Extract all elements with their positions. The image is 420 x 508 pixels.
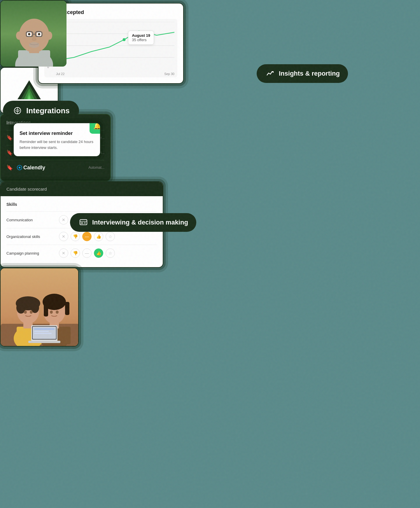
scorecard-header: Candidate scorecard [1, 182, 163, 196]
svg-point-55 [50, 311, 53, 314]
tooltip-date: August 19 [132, 33, 150, 38]
notification-text: Reminder will be sent to candidate 24 ho… [20, 139, 94, 150]
bookmark-icon-2: 🔖 [6, 149, 13, 156]
campaign-ratings[interactable]: ✕ 👎 — 👍 ☆ [59, 248, 115, 258]
svg-point-23 [29, 42, 39, 48]
tooltip-value: 35 offers [132, 38, 150, 42]
svg-point-46 [24, 311, 27, 314]
rating-neutral-active[interactable]: — [82, 232, 92, 241]
integrations-icon [12, 105, 23, 116]
skill-communication: Communication [6, 218, 59, 222]
interview-icon [78, 217, 89, 228]
rating-x-3[interactable]: ✕ [59, 248, 68, 258]
svg-rect-31 [80, 220, 87, 225]
integrations-pill[interactable]: Integrations [3, 101, 79, 121]
x-label-jul: Jul 22 [56, 72, 64, 76]
rating-star-2[interactable]: ☆ [106, 232, 115, 241]
chart-icon [265, 68, 275, 79]
svg-point-30 [19, 167, 20, 168]
calendly-logo: Calendly [17, 165, 84, 171]
svg-rect-63 [34, 333, 52, 334]
svg-rect-62 [34, 331, 49, 332]
person-image-2 [1, 268, 79, 347]
person-photo-card-2 [0, 268, 79, 347]
notification-card: 🔔 Set interview reminder Reminder will b… [13, 123, 101, 157]
svg-point-22 [38, 33, 40, 35]
svg-point-56 [56, 311, 59, 314]
interviewing-pill[interactable]: Interviewing & decision making [70, 213, 196, 232]
rating-x[interactable]: ✕ [59, 215, 68, 225]
rating-thumbup-active[interactable]: 👍 [94, 248, 103, 258]
svg-rect-54 [65, 302, 69, 315]
svg-rect-61 [34, 328, 55, 330]
svg-rect-53 [44, 302, 48, 316]
rating-x-2[interactable]: ✕ [59, 232, 68, 241]
svg-point-15 [46, 32, 52, 40]
bookmark-icon-3: 🔖 [6, 164, 13, 171]
rating-star-3[interactable]: ☆ [106, 248, 115, 258]
rating-thumbdown-2[interactable]: 👎 [71, 232, 80, 241]
svg-point-5 [123, 38, 125, 41]
svg-point-47 [30, 311, 33, 314]
organizational-ratings[interactable]: ✕ 👎 — 👍 ☆ [59, 232, 115, 241]
interviewing-label: Interviewing & decision making [92, 219, 188, 226]
person-image-1 [1, 1, 66, 67]
insights-label: Insights & reporting [279, 70, 340, 77]
integrations-label: Integrations [26, 106, 70, 115]
skill-row-campaign: Campaign planning ✕ 👎 — 👍 ☆ [6, 245, 157, 261]
svg-rect-59 [28, 341, 60, 343]
chart-svg [56, 22, 174, 69]
integration-row-calendly: 🔖 Calendly Automat... [6, 160, 104, 175]
bell-icon: 🔔 [90, 123, 101, 134]
rating-thumbdown-3[interactable]: 👎 [71, 248, 80, 258]
skill-campaign: Campaign planning [6, 251, 59, 255]
rating-neutral-3[interactable]: — [82, 248, 92, 258]
skills-label: Skills [6, 202, 157, 207]
x-label-sep: Sep 30 [164, 72, 174, 76]
notification-title: Set interview reminder [20, 130, 94, 137]
person-photo-card-1 [0, 0, 67, 67]
x-axis: Jul 22 Sep 30 [56, 72, 174, 76]
bookmark-icon-1: 🔖 [6, 135, 13, 141]
calendly-desc: Automat... [88, 166, 104, 170]
svg-point-14 [16, 32, 22, 40]
rating-thumbup-2[interactable]: 👍 [94, 232, 103, 241]
insights-pill[interactable]: Insights & reporting [257, 64, 348, 83]
skill-organizational: Organizational skills [6, 234, 59, 239]
svg-point-21 [28, 33, 30, 35]
svg-rect-33 [81, 222, 83, 224]
chart-tooltip: August 19 35 offers [128, 31, 154, 45]
